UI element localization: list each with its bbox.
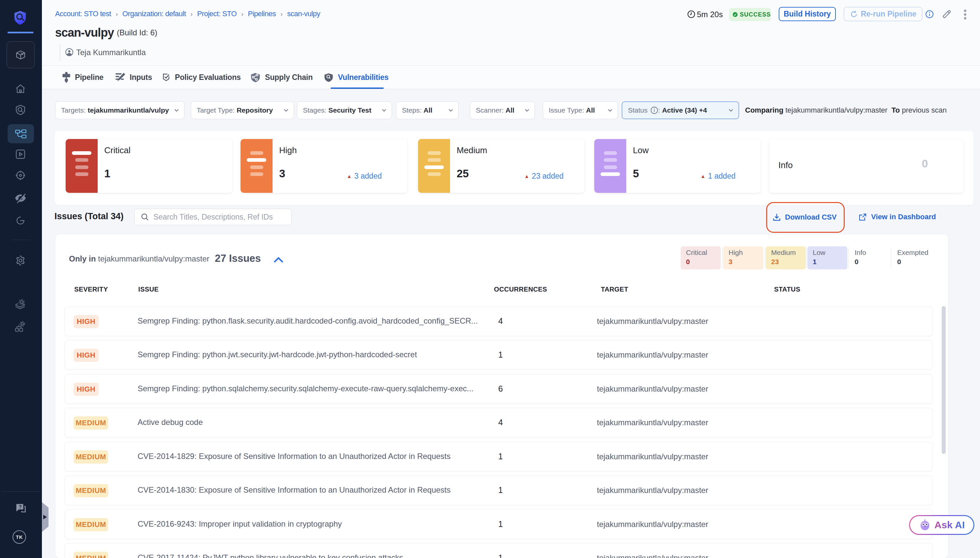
svg-text:?: ? (19, 504, 22, 509)
